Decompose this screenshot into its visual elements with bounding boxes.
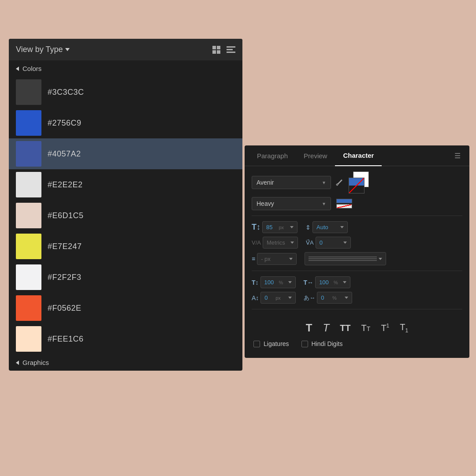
character-controls: Avenir ▼ Heavy ▼ bbox=[245, 166, 469, 316]
font-family-chevron-icon: ▼ bbox=[322, 180, 326, 185]
color-strip-group bbox=[336, 199, 352, 208]
font-weight-row: Heavy ▼ bbox=[252, 197, 462, 210]
graphics-label: Graphics bbox=[22, 359, 49, 366]
all-caps-style-button[interactable]: TT bbox=[338, 322, 352, 334]
view-by-type-dropdown[interactable]: View by Type bbox=[16, 45, 70, 54]
kerning-tracking-row: V/A Metrics V⃗A 0 bbox=[252, 237, 462, 249]
color-hex: #E7E247 bbox=[48, 242, 82, 251]
ligatures-checkbox[interactable]: Ligatures bbox=[253, 340, 289, 347]
color-item-selected[interactable]: #4057A2 bbox=[9, 138, 242, 169]
scale-h-chevron-icon bbox=[343, 281, 346, 283]
indent-color-select[interactable] bbox=[305, 252, 386, 265]
color-hex: #E2E2E2 bbox=[48, 180, 83, 190]
text-styles-row: T T TT TT T1 T1 bbox=[245, 316, 469, 337]
left-panel: View by Type Colors #3C3C3C #2756C9 #405… bbox=[9, 39, 242, 371]
small-caps-style-button[interactable]: TT bbox=[360, 322, 372, 334]
ligatures-label: Ligatures bbox=[264, 340, 289, 347]
tabs-menu-icon[interactable]: ☰ bbox=[450, 147, 465, 164]
baseline-icon: A↕ bbox=[252, 294, 259, 301]
ligatures-checkbox-box bbox=[253, 341, 260, 347]
baseline-input[interactable]: 0 px bbox=[260, 292, 296, 304]
line-style-select[interactable] bbox=[305, 252, 386, 265]
tsume-chevron-icon bbox=[345, 297, 348, 299]
baseline-unit: px bbox=[275, 295, 281, 301]
tab-paragraph[interactable]: Paragraph bbox=[249, 146, 296, 166]
color-hex: #E6D1C5 bbox=[48, 211, 84, 220]
tsume-icon: あ↔ bbox=[304, 294, 315, 302]
tsume-value: 0 bbox=[321, 294, 324, 301]
color-hex: #F2F2F3 bbox=[48, 273, 82, 282]
color-item[interactable]: #3C3C3C bbox=[9, 77, 242, 108]
color-swatch bbox=[16, 264, 41, 290]
tab-preview[interactable]: Preview bbox=[296, 146, 335, 166]
kerning-group: V/A Metrics bbox=[252, 237, 298, 249]
color-item[interactable]: #E2E2E2 bbox=[9, 169, 242, 200]
scale-v-input[interactable]: 100 % bbox=[260, 276, 296, 288]
tracking-group: V⃗A 0 bbox=[306, 237, 351, 249]
tsume-unit: % bbox=[332, 295, 337, 301]
italic-style-button[interactable]: T bbox=[321, 321, 331, 335]
bold-style-button[interactable]: T bbox=[304, 321, 314, 335]
color-item[interactable]: #FEE1C6 bbox=[9, 324, 242, 354]
color-strip-strikethrough bbox=[336, 204, 352, 208]
font-weight-value: Heavy bbox=[257, 200, 274, 207]
font-size-chevron-icon bbox=[290, 226, 294, 228]
scale-v-unit: % bbox=[279, 280, 283, 285]
color-item[interactable]: #E6D1C5 bbox=[9, 200, 242, 231]
indent-row: ≡ - px bbox=[252, 252, 462, 265]
indent-icon: ≡ bbox=[252, 255, 255, 262]
color-strip-blue bbox=[336, 199, 352, 203]
color-item[interactable]: #2756C9 bbox=[9, 108, 242, 138]
hindi-digits-checkbox[interactable]: Hindi Digits bbox=[301, 340, 343, 347]
kerning-chevron-icon bbox=[290, 242, 294, 244]
color-hex: #FEE1C6 bbox=[48, 335, 84, 344]
tracking-chevron-icon bbox=[343, 242, 347, 244]
panel-header: View by Type bbox=[9, 39, 242, 60]
indent-group: ≡ - px bbox=[252, 253, 297, 265]
font-family-value: Avenir bbox=[257, 179, 274, 186]
color-swatch bbox=[16, 326, 41, 352]
list-view-icon[interactable] bbox=[227, 46, 235, 53]
scale-h-input[interactable]: 100 % bbox=[315, 276, 350, 288]
color-swatch bbox=[16, 295, 41, 321]
kerning-input[interactable]: Metrics bbox=[263, 237, 298, 249]
leading-group: ⇕ Auto bbox=[305, 221, 348, 233]
line-style-chevron-icon bbox=[379, 258, 382, 260]
baseline-group: A↕ 0 px bbox=[252, 292, 296, 304]
color-swatch bbox=[16, 172, 41, 197]
tabs-row: Paragraph Preview Character ☰ bbox=[245, 145, 469, 166]
indent-input[interactable]: - px bbox=[257, 253, 297, 265]
colors-section-header[interactable]: Colors bbox=[9, 60, 242, 77]
line-bars bbox=[309, 257, 377, 261]
scale-h-icon: T↔ bbox=[304, 279, 314, 286]
hindi-digits-label: Hindi Digits bbox=[312, 340, 343, 347]
color-item[interactable]: #E7E247 bbox=[9, 231, 242, 262]
font-size-leading-row: T↕ 85 px ⇕ Auto bbox=[252, 221, 462, 233]
color-item[interactable]: #F2F2F3 bbox=[9, 262, 242, 293]
scale-h-value: 100 bbox=[319, 279, 329, 286]
grid-view-icon[interactable] bbox=[212, 46, 220, 54]
font-size-icon: T↕ bbox=[252, 223, 260, 232]
color-swatch bbox=[16, 110, 41, 136]
tsume-input[interactable]: 0 % bbox=[317, 292, 352, 304]
superscript-style-button[interactable]: T1 bbox=[379, 322, 391, 334]
font-size-value: 85 bbox=[266, 224, 272, 231]
divider bbox=[252, 216, 462, 216]
color-swatch bbox=[16, 203, 41, 228]
subscript-style-button[interactable]: T1 bbox=[398, 321, 410, 335]
scale-v-value: 100 bbox=[264, 279, 274, 286]
eyedropper-icon[interactable] bbox=[335, 178, 343, 187]
color-preview-boxes bbox=[349, 171, 375, 193]
color-hex: #2756C9 bbox=[48, 119, 82, 128]
leading-input[interactable]: Auto bbox=[312, 221, 348, 233]
color-item[interactable]: #F0562E bbox=[9, 293, 242, 324]
font-family-select[interactable]: Avenir ▼ bbox=[252, 176, 331, 189]
font-size-group: T↕ 85 px bbox=[252, 221, 298, 233]
font-size-input[interactable]: 85 px bbox=[262, 221, 298, 233]
scale-v-group: T↕ 100 % bbox=[252, 276, 296, 288]
color-hex: #4057A2 bbox=[48, 149, 81, 159]
tracking-input[interactable]: 0 bbox=[316, 237, 351, 249]
font-weight-select[interactable]: Heavy ▼ bbox=[252, 197, 331, 210]
tab-character[interactable]: Character bbox=[335, 145, 382, 166]
graphics-section-header[interactable]: Graphics bbox=[9, 354, 242, 371]
